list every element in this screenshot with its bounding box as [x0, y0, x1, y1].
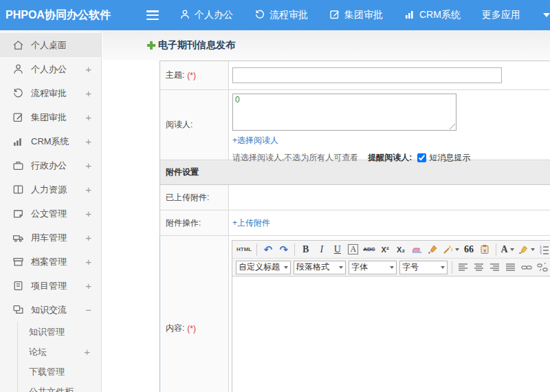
expand-plus-icon[interactable]: +: [85, 160, 91, 171]
editor-content-area[interactable]: [232, 276, 550, 392]
align-justify-icon[interactable]: [503, 260, 518, 275]
rich-text-editor: HTML ↶ ↷ B I U A ABC X² X₂: [232, 240, 550, 392]
archive-icon: [12, 256, 24, 268]
font-color-button[interactable]: A: [500, 242, 516, 257]
expand-plus-icon[interactable]: +: [85, 208, 91, 219]
editor-toolbar-row1: HTML ↶ ↷ B I U A ABC X² X₂: [232, 241, 550, 259]
sidebar-subitem-public-cabinet[interactable]: 公共文件柜: [18, 382, 101, 392]
caret-down-icon: [284, 266, 288, 269]
sms-notify-label: 短消息提示: [429, 152, 470, 164]
eraser-icon[interactable]: [410, 242, 424, 257]
align-center-icon[interactable]: [472, 260, 486, 275]
font-family-select[interactable]: 字体: [349, 261, 397, 274]
edit-icon: [329, 9, 344, 22]
hamburger-menu-icon[interactable]: [146, 10, 159, 20]
sidebar-item-group-approval[interactable]: 集团审批 +: [0, 105, 101, 129]
superscript-button[interactable]: X²: [378, 242, 393, 257]
subscript-button[interactable]: X₂: [394, 242, 408, 257]
align-left-icon[interactable]: [456, 260, 470, 275]
sidebar-item-admin-office[interactable]: 行政办公 +: [0, 153, 101, 177]
magic-wand-icon[interactable]: [441, 242, 461, 257]
select-readers-link[interactable]: +选择阅读人: [232, 135, 278, 146]
sidebar-subitem-download-mgmt[interactable]: 下载管理: [18, 362, 101, 382]
caret-down-icon: [510, 248, 514, 251]
expand-plus-icon[interactable]: +: [85, 232, 91, 243]
sidebar-item-vehicle-mgmt[interactable]: 用车管理 +: [0, 226, 101, 250]
nav-crm-system[interactable]: CRM系统: [404, 9, 461, 22]
bold-button[interactable]: B: [298, 242, 313, 257]
book-icon: [12, 184, 24, 195]
expand-plus-icon[interactable]: +: [85, 184, 91, 195]
app-brand: PHPOA协同办公软件: [0, 8, 111, 23]
top-header: PHPOA协同办公软件 个人办公 流程审批 集团审批: [0, 0, 550, 30]
sidebar-item-personal-desktop[interactable]: 个人桌面: [0, 33, 101, 57]
history-icon: [12, 87, 24, 99]
svg-text:T: T: [483, 248, 487, 254]
sidebar-item-document-mgmt[interactable]: 公文管理 +: [0, 202, 101, 226]
resize-handle[interactable]: [450, 124, 455, 129]
sms-notify-checkbox[interactable]: [417, 153, 426, 162]
collapse-minus-icon[interactable]: −: [85, 304, 91, 316]
expand-plus-icon[interactable]: +: [84, 346, 90, 358]
readers-textarea[interactable]: 0: [232, 94, 456, 131]
html-source-button[interactable]: HTML: [235, 242, 253, 257]
uploaded-attachments-value: [229, 185, 550, 210]
uploaded-attachments-row: 已上传附件:: [160, 185, 550, 210]
link-icon[interactable]: [519, 260, 534, 275]
nav-label: 个人办公: [195, 9, 233, 21]
caret-down-icon[interactable]: [543, 13, 550, 17]
expand-plus-icon[interactable]: +: [85, 135, 91, 147]
expand-plus-icon[interactable]: +: [85, 87, 91, 99]
required-mark: (*): [187, 71, 196, 80]
paste-icon[interactable]: T: [478, 242, 492, 257]
expand-plus-icon[interactable]: +: [85, 111, 91, 123]
redo-button[interactable]: ↷: [276, 242, 291, 257]
page-title-band: 电子期刊信息发布: [102, 30, 550, 61]
expand-plus-icon[interactable]: +: [85, 280, 91, 292]
custom-heading-select[interactable]: 自定义标题: [236, 261, 291, 274]
sidebar-submenu-knowledge: 知识管理 论坛 + 下载管理 公共文件柜: [17, 322, 101, 392]
highlight-pen-icon[interactable]: [517, 242, 536, 257]
briefcase-icon: [12, 160, 24, 171]
nav-personal-office[interactable]: 个人办公: [179, 9, 233, 22]
nav-group-approval[interactable]: 集团审批: [329, 9, 383, 22]
paragraph-format-select[interactable]: 段落格式: [294, 261, 346, 274]
sidebar-item-crm[interactable]: CRM系统 +: [0, 129, 101, 153]
uploaded-attachments-label: 已上传附件:: [160, 185, 229, 210]
sidebar-subitem-knowledge-mgmt[interactable]: 知识管理: [18, 322, 101, 342]
attachment-operation-label: 附件操作:: [160, 210, 229, 235]
undo-button[interactable]: ↶: [261, 242, 275, 257]
align-right-icon[interactable]: [487, 260, 502, 275]
nav-label: CRM系统: [419, 9, 461, 21]
subject-row: 主题: (*): [160, 61, 550, 90]
sidebar-subitem-forum[interactable]: 论坛 +: [18, 342, 101, 362]
attachment-section-header: 附件设置: [160, 160, 550, 185]
caret-down-icon: [441, 266, 445, 269]
sidebar-item-knowledge-exchange[interactable]: 知识交流 −: [0, 298, 101, 322]
strikethrough-button[interactable]: ABC: [362, 242, 376, 257]
font-name-button[interactable]: A: [348, 244, 358, 254]
upload-attachment-link[interactable]: +上传附件: [232, 217, 270, 229]
expand-plus-icon[interactable]: +: [85, 63, 91, 75]
subject-input[interactable]: [232, 67, 502, 83]
sidebar-item-archive-mgmt[interactable]: 档案管理 +: [0, 250, 101, 274]
blockquote-button[interactable]: 66: [462, 242, 476, 257]
remind-readers-label: 提醒阅读人:: [368, 152, 412, 164]
nav-label: 流程审批: [270, 9, 308, 21]
nav-more-apps[interactable]: 更多应用: [482, 9, 520, 21]
edit-icon: [12, 111, 24, 123]
underline-button[interactable]: U: [330, 242, 344, 257]
font-size-select[interactable]: 字号: [399, 261, 448, 274]
sidebar-item-project-mgmt[interactable]: 项目管理 +: [0, 274, 101, 298]
italic-button[interactable]: I: [314, 242, 329, 257]
unlink-icon[interactable]: [535, 260, 549, 275]
nav-label: 更多应用: [482, 9, 520, 21]
expand-plus-icon[interactable]: +: [85, 256, 91, 268]
nav-workflow-approval[interactable]: 流程审批: [254, 9, 308, 22]
top-nav: 个人办公 流程审批 集团审批 CRM系统 更多应用: [179, 9, 550, 22]
sidebar-item-personal-office[interactable]: 个人办公 +: [0, 57, 101, 81]
ordered-list-icon[interactable]: 123: [538, 242, 550, 257]
sidebar-item-workflow-approval[interactable]: 流程审批 +: [0, 81, 101, 105]
format-brush-icon[interactable]: [426, 242, 440, 257]
sidebar-item-hr[interactable]: 人力资源 +: [0, 177, 101, 202]
